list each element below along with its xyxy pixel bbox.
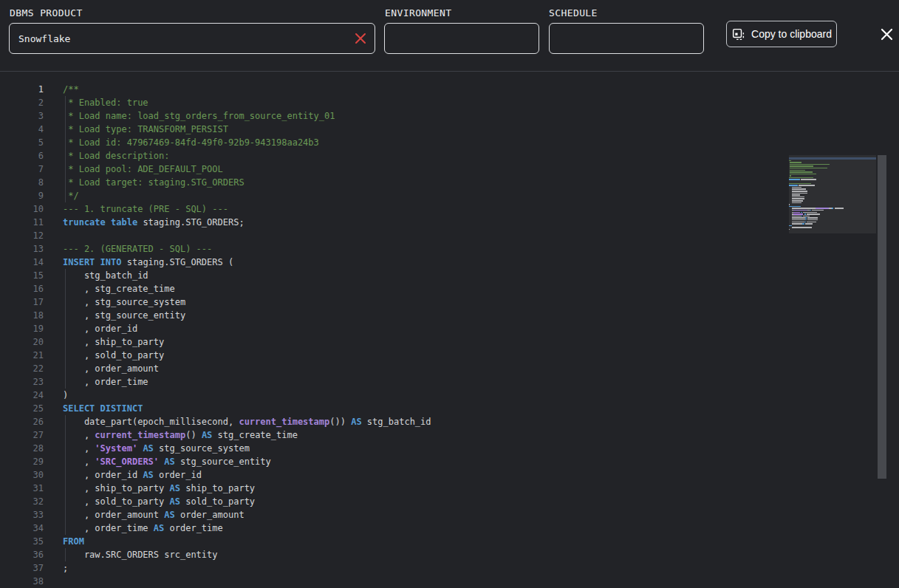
code-line[interactable]: 3 * Load name: load_stg_orders_from_sour… — [0, 109, 899, 123]
line-number: 11 — [0, 216, 44, 229]
environment-field[interactable] — [384, 23, 539, 54]
code-line[interactable]: 37; — [0, 561, 899, 575]
code-line[interactable]: 4 * Load type: TRANSFORM_PERSIST — [0, 123, 899, 136]
line-number: 27 — [0, 428, 44, 442]
line-number: 36 — [0, 548, 44, 561]
code-line[interactable]: 18 , stg_source_entity — [0, 309, 899, 322]
code-text: , order_time AS order_time — [63, 522, 223, 535]
code-line[interactable]: 7 * Load pool: ADE_DEFAULT_POOL — [0, 163, 899, 176]
code-line[interactable]: 1/** — [0, 83, 899, 96]
code-line[interactable]: 11truncate table staging.STG_ORDERS; — [0, 216, 899, 229]
dbms-product-field[interactable] — [9, 23, 375, 54]
minimap[interactable] — [789, 157, 876, 233]
code-text: , ship_to_party — [63, 335, 164, 349]
line-number: 31 — [0, 482, 44, 495]
indent-guide — [65, 428, 66, 442]
schedule-input[interactable] — [550, 24, 703, 53]
code-line[interactable]: 26 date_part(epoch_millisecond, current_… — [0, 415, 899, 428]
code-text: --- 1. truncate (PRE - SQL) --- — [63, 202, 228, 216]
code-text: * Load type: TRANSFORM_PERSIST — [63, 123, 228, 136]
code-line[interactable]: 16 , stg_create_time — [0, 282, 899, 295]
environment-input[interactable] — [385, 24, 539, 53]
code-text: SELECT DISTINCT — [63, 402, 143, 415]
code-text: , 'System' AS stg_source_system — [63, 442, 250, 455]
code-line[interactable]: 24) — [0, 389, 899, 402]
code-text: FROM — [63, 535, 84, 548]
code-line[interactable]: 35FROM — [0, 535, 899, 548]
dbms-product-input[interactable] — [10, 24, 375, 53]
code-text: , order_amount — [63, 362, 159, 375]
indent-guide — [65, 282, 66, 295]
code-text: , stg_source_entity — [63, 309, 185, 322]
code-line[interactable]: 32 , sold_to_party AS sold_to_party — [0, 495, 899, 508]
code-text: INSERT INTO staging.STG_ORDERS ( — [63, 256, 233, 269]
code-line[interactable]: 13--- 2. (GENERATED - SQL) --- — [0, 242, 899, 256]
code-line[interactable]: 23 , order_time — [0, 375, 899, 389]
indent-guide — [65, 495, 66, 508]
code-text: * Load pool: ADE_DEFAULT_POOL — [63, 163, 223, 176]
indent-guide — [65, 189, 66, 202]
indent-guide — [65, 149, 66, 163]
code-line[interactable]: 25SELECT DISTINCT — [0, 402, 899, 415]
code-text: stg_batch_id — [63, 269, 148, 282]
code-line[interactable]: 9 */ — [0, 189, 899, 202]
scrollbar-thumb[interactable] — [878, 155, 886, 479]
code-text: * Load name: load_stg_orders_from_source… — [63, 109, 335, 123]
code-line[interactable]: 5 * Load id: 47967469-84fd-49f0-92b9-943… — [0, 136, 899, 149]
copy-to-clipboard-button[interactable]: Copy to clipboard — [726, 21, 837, 47]
line-number: 26 — [0, 415, 44, 428]
line-number: 14 — [0, 256, 44, 269]
code-line[interactable]: 21 , sold_to_party — [0, 349, 899, 362]
indent-guide — [65, 109, 66, 123]
vertical-scrollbar[interactable] — [878, 145, 886, 588]
indent-guide — [65, 522, 66, 535]
code-line[interactable]: 2 * Enabled: true — [0, 96, 899, 109]
code-lines[interactable]: 1/**2 * Enabled: true3 * Load name: load… — [0, 83, 899, 588]
code-text: , stg_create_time — [63, 282, 175, 295]
close-icon[interactable] — [880, 27, 894, 41]
code-line[interactable]: 19 , order_id — [0, 322, 899, 335]
indent-guide — [65, 362, 66, 375]
line-number: 38 — [0, 575, 44, 588]
line-number: 25 — [0, 402, 44, 415]
code-line[interactable]: 34 , order_time AS order_time — [0, 522, 899, 535]
code-line[interactable]: 29 , 'SRC_ORDERS' AS stg_source_entity — [0, 455, 899, 468]
code-line[interactable]: 28 , 'System' AS stg_source_system — [0, 442, 899, 455]
code-editor[interactable]: 1/**2 * Enabled: true3 * Load name: load… — [0, 72, 899, 588]
line-number: 4 — [0, 123, 44, 136]
copy-icon — [731, 27, 745, 41]
code-line[interactable]: 31 , ship_to_party AS ship_to_party — [0, 482, 899, 495]
code-line[interactable]: 6 * Load description: — [0, 149, 899, 163]
line-number: 20 — [0, 335, 44, 349]
code-line[interactable]: 33 , order_amount AS order_amount — [0, 508, 899, 522]
indent-guide — [65, 349, 66, 362]
code-line[interactable]: 14INSERT INTO staging.STG_ORDERS ( — [0, 256, 899, 269]
line-number: 32 — [0, 495, 44, 508]
code-text: , sold_to_party AS sold_to_party — [63, 495, 255, 508]
code-line[interactable]: 8 * Load target: staging.STG_ORDERS — [0, 176, 899, 189]
code-line[interactable]: 20 , ship_to_party — [0, 335, 899, 349]
line-number: 3 — [0, 109, 44, 123]
code-line[interactable]: 17 , stg_source_system — [0, 295, 899, 309]
code-line[interactable]: 27 , current_timestamp() AS stg_create_t… — [0, 428, 899, 442]
line-number: 13 — [0, 242, 44, 256]
line-number: 35 — [0, 535, 44, 548]
environment-label: ENVIRONMENT — [385, 7, 452, 18]
code-line[interactable]: 36 raw.SRC_ORDERS src_entity — [0, 548, 899, 561]
code-line[interactable]: 38 — [0, 575, 899, 588]
code-text: * Enabled: true — [63, 96, 148, 109]
clear-icon[interactable] — [354, 32, 367, 45]
line-number: 34 — [0, 522, 44, 535]
code-line[interactable]: 15 stg_batch_id — [0, 269, 899, 282]
code-line[interactable]: 22 , order_amount — [0, 362, 899, 375]
schedule-field[interactable] — [549, 23, 704, 54]
indent-guide — [65, 415, 66, 428]
line-number: 22 — [0, 362, 44, 375]
code-line[interactable]: 30 , order_id AS order_id — [0, 468, 899, 482]
code-line[interactable]: 12 — [0, 229, 899, 242]
code-text: truncate table staging.STG_ORDERS; — [63, 216, 245, 229]
code-text: , order_id — [63, 322, 137, 335]
code-line[interactable]: 10--- 1. truncate (PRE - SQL) --- — [0, 202, 899, 216]
indent-guide — [65, 269, 66, 282]
code-text: , stg_source_system — [63, 295, 185, 309]
